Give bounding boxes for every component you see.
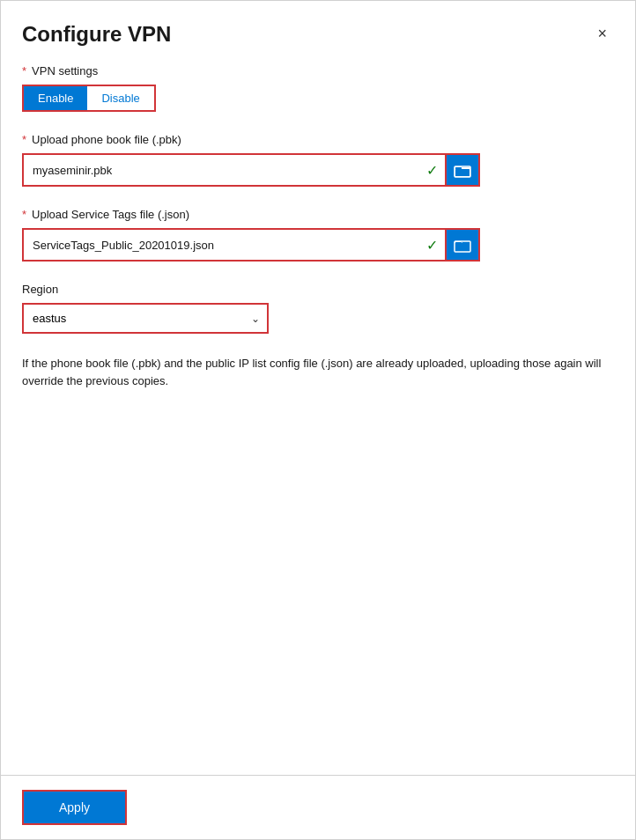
disable-button[interactable]: Disable [87, 86, 153, 110]
configure-vpn-dialog: Configure VPN × * VPN settings Enable Di… [0, 0, 636, 840]
region-group: Region eastus westus centralus eastus2 w… [22, 283, 614, 334]
phone-book-check-icon: ✓ [419, 162, 445, 179]
dialog-header: Configure VPN × [1, 1, 635, 47]
phone-book-label-text: Upload phone book file (.pbk) [32, 133, 181, 146]
service-tags-input[interactable] [24, 232, 419, 259]
apply-button[interactable]: Apply [22, 790, 127, 825]
vpn-settings-label: * VPN settings [22, 64, 614, 77]
phone-book-label: * Upload phone book file (.pbk) [22, 133, 614, 146]
phone-book-input-group: ✓ [22, 153, 480, 187]
region-label-text: Region [22, 283, 58, 296]
dialog-title: Configure VPN [22, 22, 171, 47]
svg-rect-6 [455, 244, 470, 251]
service-tags-check-icon: ✓ [419, 237, 445, 254]
close-button[interactable]: × [590, 22, 614, 45]
phone-book-group: * Upload phone book file (.pbk) ✓ [22, 133, 614, 187]
service-tags-required-star: * [22, 208, 26, 221]
service-tags-label: * Upload Service Tags file (.json) [22, 208, 614, 221]
dialog-footer: Apply [1, 775, 635, 839]
phone-book-required-star: * [22, 133, 26, 146]
region-select[interactable]: eastus westus centralus eastus2 westus2 [22, 303, 269, 334]
phone-book-input[interactable] [24, 157, 419, 184]
vpn-settings-label-text: VPN settings [32, 64, 98, 77]
region-select-wrapper: eastus westus centralus eastus2 westus2 … [22, 303, 269, 334]
vpn-settings-required-star: * [22, 64, 26, 77]
vpn-settings-group: * VPN settings Enable Disable [22, 64, 614, 112]
svg-rect-5 [455, 242, 462, 244]
folder-icon-2 [454, 237, 471, 253]
region-label: Region [22, 283, 614, 296]
service-tags-browse-button[interactable] [445, 230, 478, 260]
service-tags-group: * Upload Service Tags file (.json) ✓ [22, 208, 614, 262]
service-tags-label-text: Upload Service Tags file (.json) [32, 208, 189, 221]
vpn-toggle-group: Enable Disable [22, 85, 156, 112]
svg-rect-3 [455, 167, 462, 169]
info-text: If the phone book file (.pbk) and the pu… [22, 355, 614, 389]
svg-rect-4 [455, 169, 470, 176]
enable-button[interactable]: Enable [24, 86, 87, 110]
folder-icon [454, 162, 471, 178]
phone-book-browse-button[interactable] [445, 155, 478, 185]
service-tags-input-group: ✓ [22, 228, 480, 262]
dialog-content: * VPN settings Enable Disable * Upload p… [1, 47, 635, 775]
